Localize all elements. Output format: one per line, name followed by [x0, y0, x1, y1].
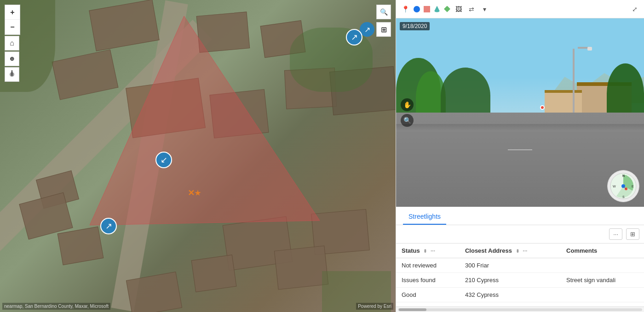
cell-address: 300 Friar	[460, 258, 561, 273]
nav-circle-3[interactable]: ↗	[100, 218, 117, 234]
map-right-controls: 🔍 ↗ ⊞	[360, 5, 391, 37]
sv-zoom-out[interactable]: 🔍	[401, 114, 414, 127]
cell-status: Good	[396, 288, 460, 302]
svg-text:S: S	[622, 195, 625, 199]
svg-text:E: E	[632, 185, 634, 188]
map-building	[209, 89, 269, 138]
sv-hand-cursor[interactable]: ✋	[401, 98, 414, 111]
sv-road-marking	[508, 149, 533, 150]
col-header-status[interactable]: Status ⬍ ···	[396, 244, 460, 258]
svg-text:N: N	[622, 174, 625, 177]
svg-text:W: W	[613, 185, 616, 188]
zoom-out-button[interactable]: −	[5, 20, 20, 34]
map-building	[274, 245, 328, 289]
sv-controls: ✋ 🔍	[401, 98, 414, 127]
cell-address: 210 Cypress	[460, 273, 561, 288]
nav-circle-2[interactable]: ↗	[346, 29, 362, 45]
cell-comments	[561, 258, 644, 273]
col-header-address[interactable]: Closest Address ⬍ ···	[460, 244, 561, 258]
table-row[interactable]: Not reviewed 300 Friar	[396, 258, 644, 273]
nav-circle-1[interactable]: ↙	[155, 152, 172, 168]
map-building	[126, 78, 206, 138]
home-button[interactable]: ⌂	[5, 36, 19, 51]
map-attribution-right: Powered by Esri	[356, 303, 393, 310]
north-button[interactable]	[5, 67, 19, 82]
data-panel: Streetlights ··· ⊞ Status ⬍ ··· Cl	[396, 207, 644, 312]
table-row[interactable]: Good 432 Cypress	[396, 288, 644, 302]
cell-comments: Street sign vandali	[561, 273, 644, 288]
cell-address: 432 Cypress	[460, 288, 561, 302]
expand-icon[interactable]: ⤢	[630, 5, 639, 14]
sv-date-badge: 9/18/2020	[400, 22, 430, 30]
sort-icon-status: ⬍	[423, 249, 427, 254]
scrollbar-track	[398, 308, 642, 311]
compass-rose[interactable]: N E S W	[607, 170, 639, 202]
chevron-down-icon[interactable]: ▾	[480, 5, 489, 14]
dot-blue[interactable]	[414, 6, 420, 12]
sv-location-dot	[540, 105, 545, 110]
cell-comments	[561, 288, 644, 302]
col-header-comments[interactable]: Comments	[561, 244, 644, 258]
location-marker[interactable]: ✕	[188, 188, 195, 198]
map-panel: + − ⌂ ⊕ 🔍 ↗ ⊞ ↙ ↗ ↗ ✕ nearmap, San Berna…	[0, 0, 396, 312]
sv-road-edge	[396, 124, 644, 131]
col-menu-status[interactable]: ···	[431, 248, 435, 254]
col-menu-address[interactable]: ···	[523, 248, 527, 254]
dot-red[interactable]	[424, 6, 430, 12]
horizontal-scrollbar[interactable]	[396, 306, 644, 312]
map-attribution-left: nearmap, San Bernardino County, Maxar, M…	[2, 303, 110, 310]
photo-icon[interactable]: 🖼	[454, 5, 463, 14]
sv-streetlight-lamp	[587, 47, 592, 51]
map-building	[191, 255, 237, 292]
location-pin-icon[interactable]: 📍	[401, 5, 410, 14]
tab-bar: Streetlights	[396, 207, 644, 225]
dot-teal[interactable]	[434, 6, 440, 12]
cell-status: Issues found	[396, 273, 460, 288]
search-button[interactable]: 🔍	[376, 5, 391, 19]
sort-icon-address: ⬍	[516, 249, 519, 254]
top-toolbar: 📍 🖼 ⇄ ▾ ⤢	[396, 0, 644, 18]
compass-button[interactable]: ⊕	[5, 51, 19, 66]
data-toolbar: ··· ⊞	[396, 225, 644, 244]
streetlights-table: Status ⬍ ··· Closest Address ⬍ ··· Comme…	[396, 244, 644, 302]
map-building	[196, 11, 250, 52]
table-row[interactable]: Issues found 210 Cypress Street sign van…	[396, 273, 644, 288]
arrow-exchange-icon[interactable]: ⇄	[467, 5, 476, 14]
scrollbar-thumb[interactable]	[399, 308, 426, 311]
map-zoom-controls: + − ⌂ ⊕	[5, 5, 20, 82]
tab-streetlights[interactable]: Streetlights	[403, 209, 446, 225]
grid-view-button[interactable]: ⊞	[626, 228, 639, 240]
right-panel: 📍 🖼 ⇄ ▾ ⤢	[396, 0, 644, 312]
street-view-panel: 9/18/2020 ✋ 🔍 N E S W	[396, 18, 644, 207]
data-table: Status ⬍ ··· Closest Address ⬍ ··· Comme…	[396, 244, 644, 306]
dot-green[interactable]	[444, 6, 450, 12]
cell-status: Not reviewed	[396, 258, 460, 273]
zoom-in-button[interactable]: +	[5, 5, 20, 20]
more-options-button[interactable]: ···	[609, 228, 622, 240]
qr-button[interactable]: ⊞	[376, 22, 391, 37]
